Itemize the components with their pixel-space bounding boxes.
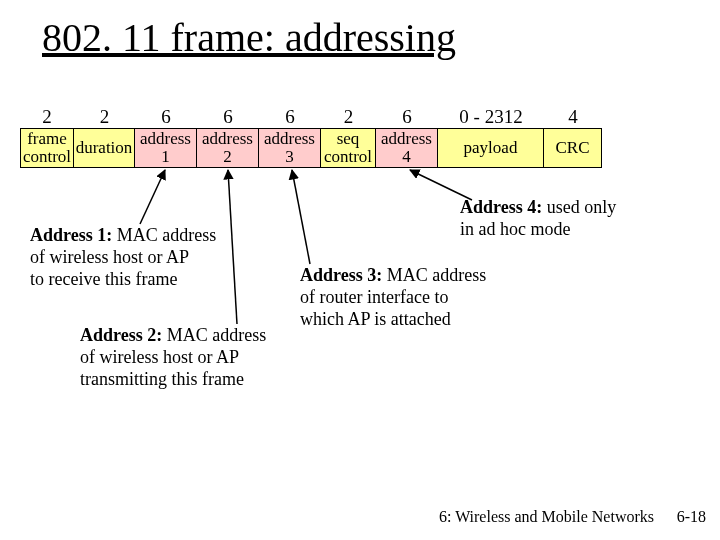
frame-diagram: 2 2 6 6 6 2 6 0 - 2312 4 framecontrol du… <box>20 106 602 168</box>
field-crc: CRC <box>544 128 602 168</box>
size-address-4: 6 <box>376 106 438 128</box>
field-seq-control: seqcontrol <box>321 128 376 168</box>
note-address-3: Address 3: MAC addressof router interfac… <box>300 264 486 330</box>
size-address-1: 6 <box>135 106 197 128</box>
footer-page-number: 6-18 <box>677 508 706 526</box>
field-names-row: framecontrol duration address1 address2 … <box>20 128 602 168</box>
svg-line-1 <box>228 170 237 324</box>
size-duration: 2 <box>74 106 135 128</box>
note-address-1: Address 1: MAC addressof wireless host o… <box>30 224 216 290</box>
footer-chapter: 6: Wireless and Mobile Networks <box>439 508 654 526</box>
slide-title: 802. 11 frame: addressing <box>42 14 456 61</box>
note-address-2-lead: Address 2: <box>80 325 162 345</box>
size-seq-control: 2 <box>321 106 376 128</box>
size-address-3: 6 <box>259 106 321 128</box>
field-address-1: address1 <box>135 128 197 168</box>
field-duration: duration <box>74 128 135 168</box>
field-payload: payload <box>438 128 544 168</box>
size-payload: 0 - 2312 <box>438 106 544 128</box>
field-address-4: address4 <box>376 128 438 168</box>
field-sizes-row: 2 2 6 6 6 2 6 0 - 2312 4 <box>20 106 602 128</box>
size-frame-control: 2 <box>20 106 74 128</box>
note-address-3-lead: Address 3: <box>300 265 382 285</box>
svg-line-2 <box>292 170 310 264</box>
size-address-2: 6 <box>197 106 259 128</box>
svg-line-0 <box>140 170 165 224</box>
field-address-2: address2 <box>197 128 259 168</box>
note-address-2: Address 2: MAC addressof wireless host o… <box>80 324 266 390</box>
field-address-3: address3 <box>259 128 321 168</box>
size-crc: 4 <box>544 106 602 128</box>
note-address-1-lead: Address 1: <box>30 225 112 245</box>
note-address-4-lead: Address 4: <box>460 197 542 217</box>
field-frame-control: framecontrol <box>20 128 74 168</box>
note-address-4: Address 4: used onlyin ad hoc mode <box>460 196 616 240</box>
